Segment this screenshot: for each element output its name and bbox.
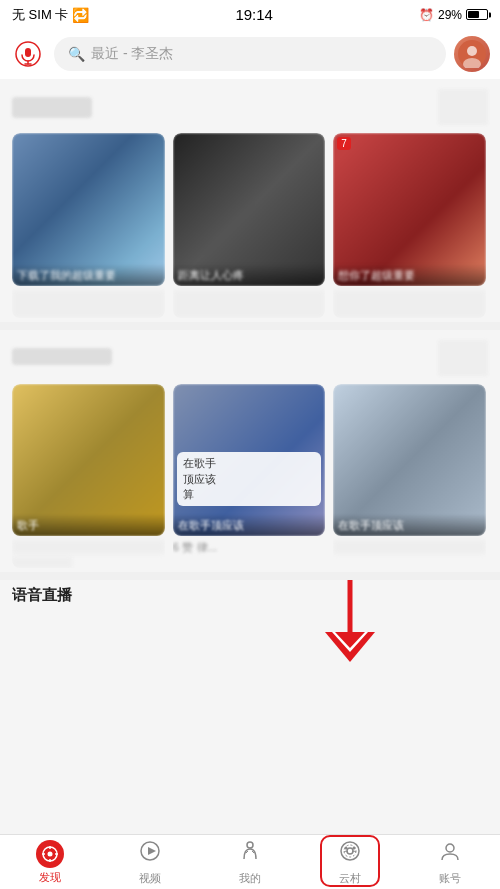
- recommend-section: 功京推荐 查看全部 下载了我的超级重要 距离让人心疼: [0, 79, 500, 322]
- search-placeholder: 最近 - 李圣杰: [91, 45, 173, 63]
- card-3-badge: 7: [337, 137, 351, 150]
- main-content: 功京推荐 查看全部 下载了我的超级重要 距离让人心疼: [0, 79, 500, 834]
- card-3-image: 7 想你了超级重要: [333, 133, 486, 286]
- carrier-info: 无 SIM 卡 🔁: [12, 6, 89, 24]
- recommend-card-1[interactable]: 下载了我的超级重要: [12, 133, 165, 318]
- nscard-2-likes: 6 赞: [173, 540, 193, 555]
- section-more-recommend[interactable]: 查看全部: [438, 89, 488, 125]
- recommend-card-3[interactable]: 7 想你了超级重要: [333, 133, 486, 318]
- tab-discover[interactable]: 发现: [0, 835, 100, 889]
- avatar-icon: [458, 40, 486, 68]
- svg-point-21: [347, 848, 353, 854]
- card-3-label: 想你了超级重要: [333, 264, 486, 286]
- svg-marker-9: [325, 632, 375, 662]
- new-songs-section: 沪热八 最新歌 查看更多 歌手: [0, 330, 500, 573]
- newsong-card-3[interactable]: 在歌手顶应该: [333, 384, 486, 569]
- recommend-cards-row: 下载了我的超级重要 距离让人心疼 7 想你了超级重要: [12, 133, 488, 318]
- account-icon: [438, 839, 462, 869]
- card-2-text: [173, 290, 326, 318]
- svg-point-19: [247, 842, 253, 848]
- card-1-label: 下载了我的超级重要: [12, 264, 165, 286]
- svg-point-12: [48, 851, 53, 856]
- wifi-icon: 🔁: [72, 7, 89, 23]
- svg-rect-1: [25, 48, 31, 57]
- live-section-title: 语音直播: [12, 586, 72, 603]
- svg-marker-18: [148, 847, 156, 855]
- live-section: 语音直播: [0, 580, 500, 605]
- nscard-1-text: [12, 540, 165, 554]
- mic-button[interactable]: [10, 36, 46, 72]
- battery-icon: [466, 9, 488, 20]
- section-divider-1: [0, 322, 500, 330]
- mic-icon: [15, 41, 41, 67]
- section-title-newsongs: 沪热八 最新歌: [12, 348, 112, 365]
- tab-village[interactable]: 云村: [300, 835, 400, 889]
- search-input-area[interactable]: 🔍 最近 - 李圣杰: [54, 37, 446, 71]
- section-more-newsongs[interactable]: 查看更多: [438, 340, 488, 376]
- status-indicators: ⏰ 29%: [419, 8, 488, 22]
- tab-video-label: 视频: [139, 871, 161, 886]
- newsongs-cards-row: 歌手 在歌手顶应该算 在歌手顶应该 6 赞: [12, 384, 488, 569]
- card-3-text: [333, 290, 486, 318]
- search-icon: 🔍: [68, 46, 85, 62]
- newsong-card-1[interactable]: 歌手: [12, 384, 165, 569]
- alarm-icon: ⏰: [419, 8, 434, 22]
- svg-point-23: [345, 846, 348, 849]
- nscard-1-info-row: [12, 557, 165, 568]
- video-icon: [138, 839, 162, 869]
- search-bar: 🔍 最近 - 李圣杰: [0, 29, 500, 79]
- nscard-3-image: 在歌手顶应该: [333, 384, 486, 537]
- discover-icon: [36, 840, 64, 868]
- section-title-newsongs-row: 沪热八 最新歌: [12, 347, 112, 368]
- nscard-1-label: 歌手: [12, 514, 165, 536]
- tab-bar: 发现 视频 我的: [0, 834, 500, 889]
- svg-marker-10: [332, 632, 368, 652]
- nscard-2-image: 在歌手顶应该算 在歌手顶应该: [173, 384, 326, 537]
- svg-point-24: [353, 846, 356, 849]
- comment-bubble: 在歌手顶应该算: [177, 452, 322, 506]
- village-icon: [338, 839, 362, 869]
- section-header-newsongs: 沪热八 最新歌 查看更多: [12, 340, 488, 376]
- nscard-3-label: 在歌手顶应该: [333, 514, 486, 536]
- tab-discover-label: 发现: [39, 870, 61, 885]
- avatar-button[interactable]: [454, 36, 490, 72]
- card-2-image: 距离让人心疼: [173, 133, 326, 286]
- my-icon: [238, 839, 262, 869]
- nscard-3-text: [333, 540, 486, 554]
- nscard-2-label: 在歌手顶应该: [173, 514, 326, 536]
- tab-village-label: 云村: [339, 871, 361, 886]
- status-bar: 无 SIM 卡 🔁 19:14 ⏰ 29%: [0, 0, 500, 29]
- tab-account[interactable]: 账号: [400, 835, 500, 889]
- battery-text: 29%: [438, 8, 462, 22]
- section-header-recommend: 功京推荐 查看全部: [12, 89, 488, 125]
- time-display: 19:14: [235, 6, 273, 23]
- nscard-2-more: 律...: [197, 540, 217, 555]
- svg-point-5: [467, 46, 477, 56]
- tab-account-label: 账号: [439, 871, 461, 886]
- carrier-text: 无 SIM 卡: [12, 6, 68, 24]
- newsong-card-2[interactable]: 在歌手顶应该算 在歌手顶应该 6 赞 律...: [173, 384, 326, 569]
- card-1-text: [12, 290, 165, 318]
- recommend-card-2[interactable]: 距离让人心疼: [173, 133, 326, 318]
- card-1-image: 下载了我的超级重要: [12, 133, 165, 286]
- tab-my[interactable]: 我的: [200, 835, 300, 889]
- tab-my-label: 我的: [239, 871, 261, 886]
- svg-point-25: [446, 844, 454, 852]
- card-2-label: 距离让人心疼: [173, 264, 326, 286]
- section-title-recommend: 功京推荐: [12, 97, 92, 118]
- tab-video[interactable]: 视频: [100, 835, 200, 889]
- nscard-2-info-row: 6 赞 律...: [173, 540, 326, 555]
- nscard-1-image: 歌手: [12, 384, 165, 537]
- nscard-1-info: [12, 557, 72, 568]
- section-divider-2: [0, 572, 500, 580]
